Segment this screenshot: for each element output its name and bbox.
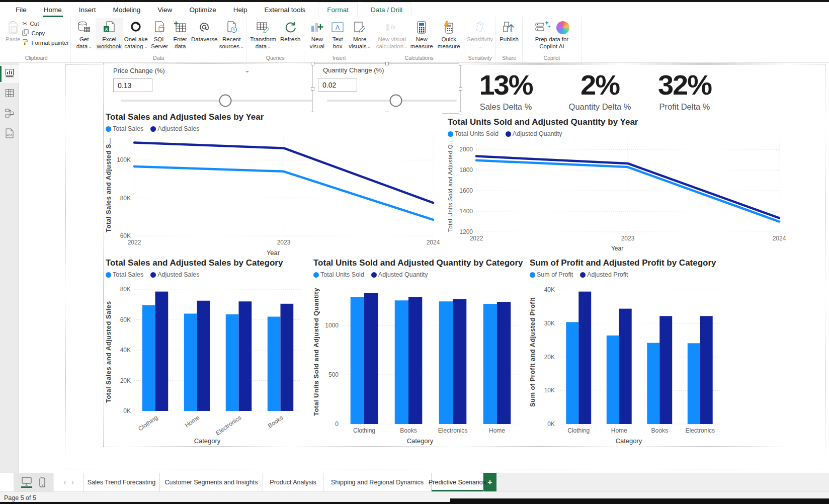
line-chart-units-by-year[interactable]: Total Units Sold and Adjusted Quantity b… — [446, 117, 788, 254]
next-page-arrow[interactable]: › — [71, 478, 74, 487]
bar-chart-sales-by-category[interactable]: Total Sales and Adjusted Sales by Catego… — [104, 258, 310, 446]
legend-item[interactable]: Adjusted Profit — [580, 271, 628, 278]
group-label-share: Share — [498, 54, 521, 62]
legend-item[interactable]: Total Sales — [106, 125, 143, 132]
chevron-down-icon: ⌄ — [268, 45, 271, 49]
menu-data-drill[interactable]: Data / Drill — [362, 2, 411, 17]
chevron-down-icon[interactable]: ⌄ — [244, 66, 250, 74]
legend-label: Total Sales — [113, 271, 143, 278]
legend-item[interactable]: Total Units Sold — [313, 271, 364, 278]
kpi-sales-delta[interactable]: 13% Sales Delta % — [472, 70, 540, 112]
chart-plot-area[interactable]: 0K20K40K60K80KClothingHomeElectronicsBoo… — [112, 280, 310, 437]
new-visual-calculation-button[interactable]: fx New visual calculation⌄ — [376, 18, 408, 50]
chart-plot-area[interactable]: 60K80K100K202220232024 — [112, 134, 442, 249]
excel-icon: X — [102, 20, 117, 36]
slider-track[interactable] — [121, 100, 329, 102]
slicer-value-input[interactable] — [113, 78, 152, 92]
onelake-catalog-button[interactable]: OneLake catalog⌄ — [123, 18, 149, 50]
menu-optimize[interactable]: Optimize — [181, 2, 224, 17]
svg-text:1400: 1400 — [459, 208, 473, 215]
chart-plot-area[interactable]: 0K10K20K30K40KClothingHomeBooksElectroni… — [536, 280, 729, 437]
menu-home[interactable]: Home — [35, 2, 70, 17]
copy-button[interactable]: Copy — [22, 29, 69, 37]
get-data-label: Get data — [76, 36, 89, 49]
report-view-icon — [5, 68, 15, 80]
tab-product-analysis[interactable]: Product Analysis — [263, 473, 323, 491]
format-painter-icon — [22, 39, 29, 46]
new-measure-button[interactable]: New measure — [408, 18, 435, 50]
mobile-layout-icon[interactable] — [39, 477, 45, 487]
sensitivity-button[interactable]: Sensitivity⌄ — [466, 18, 494, 50]
slicer-quantity-change[interactable]: Quantity Change (%) — [313, 64, 460, 113]
menu-insert[interactable]: Insert — [70, 2, 105, 17]
slider-track[interactable] — [327, 100, 457, 102]
report-canvas[interactable]: Price Change (%) ⌄ Quantity Change (%) 1… — [19, 63, 829, 473]
chart-title: Total Units Sold and Adjusted Quantity b… — [446, 117, 788, 128]
menu-file[interactable]: File — [7, 2, 35, 17]
recent-sources-button[interactable]: Recent sources⌄ — [218, 18, 244, 50]
paste-button[interactable]: Paste — [4, 18, 22, 43]
dataverse-button[interactable]: Dataverse — [190, 18, 218, 43]
legend-label: Total Sales — [113, 125, 143, 132]
rail-report-view[interactable] — [0, 65, 19, 83]
tab-sales-trend-forecasting[interactable]: Sales Trend Forecasting — [83, 473, 160, 491]
svg-text:0K: 0K — [547, 421, 555, 428]
menu-external-tools[interactable]: External tools — [256, 2, 314, 17]
legend-item[interactable]: Total Units Sold — [448, 130, 499, 137]
ribbon-group-queries: Transform data⌄ Refresh Queries — [246, 17, 304, 62]
prep-data-copilot-button[interactable]: Prep data for Copilot AI — [524, 18, 579, 50]
bar-chart-units-by-category[interactable]: Total Units Sold and Adjusted Quantity b… — [312, 258, 528, 446]
text-box-button[interactable]: A Text box — [328, 18, 347, 50]
menu-help[interactable]: Help — [225, 2, 256, 17]
legend-item[interactable]: Total Sales — [106, 271, 143, 278]
format-painter-button[interactable]: Format painter — [22, 39, 69, 46]
publish-button[interactable]: Publish — [498, 18, 521, 43]
legend-item[interactable]: Adjusted Sales — [150, 271, 199, 278]
svg-text:2023: 2023 — [621, 235, 635, 242]
menu-view[interactable]: View — [149, 2, 181, 17]
chart-plot-area[interactable]: 12001400160018002000202220232024 — [454, 139, 788, 245]
kpi-quantity-delta[interactable]: 2% Quantity Delta % — [566, 70, 634, 112]
calculator-icon — [414, 20, 429, 36]
excel-workbook-label: Excel workbook — [97, 36, 122, 50]
tab-customer-segments[interactable]: Customer Segments and Insights — [160, 473, 263, 491]
kpi-profit-delta[interactable]: 32% Profit Delta % — [647, 70, 722, 112]
tab-predictive-scenarios[interactable]: Predictive Scenarios — [432, 473, 483, 491]
cut-button[interactable]: ✂ Cut — [22, 20, 69, 27]
slider-handle[interactable] — [389, 95, 402, 107]
refresh-button[interactable]: Refresh — [278, 18, 302, 43]
chart-legend: Sum of ProfitAdjusted Profit — [528, 269, 729, 280]
chevron-down-icon: ⌄ — [89, 45, 92, 49]
legend-item[interactable]: Adjusted Quantity — [371, 271, 428, 278]
slicer-value-input[interactable] — [318, 78, 357, 92]
legend-item[interactable]: Adjusted Quantity — [506, 130, 562, 137]
chart-plot-area[interactable]: 05001000ClothingBooksElectronicsHome — [320, 280, 528, 437]
chart-title: Sum of Profit and Adjusted Profit by Cat… — [528, 258, 729, 269]
slicer-price-change[interactable]: Price Change (%) ⌄ — [106, 64, 332, 113]
rail-model-view[interactable] — [0, 105, 19, 123]
slider-handle[interactable] — [219, 95, 231, 107]
line-chart-sales-by-year[interactable]: Total Sales and Adjusted Sales by Year T… — [104, 112, 442, 258]
previous-page-arrow[interactable]: ‹ — [63, 478, 66, 487]
sql-server-button[interactable]: SQL Server — [149, 18, 170, 50]
rail-dax-query-view[interactable]: DAX — [0, 125, 19, 143]
legend-item[interactable]: Sum of Profit — [530, 271, 573, 278]
transform-data-button[interactable]: Transform data⌄ — [248, 18, 278, 50]
excel-workbook-button[interactable]: X Excel workbook — [96, 18, 123, 50]
transform-data-label: Transform data — [250, 36, 276, 49]
desktop-layout-icon[interactable] — [21, 477, 32, 488]
get-data-button[interactable]: Get data⌄ — [72, 18, 96, 50]
bar-chart-profit-by-category[interactable]: Sum of Profit and Adjusted Profit by Cat… — [528, 258, 729, 446]
enter-data-button[interactable]: Enter data — [170, 18, 190, 50]
tab-shipping-regional[interactable]: Shipping and Regional Dynamics — [323, 473, 432, 491]
rail-table-view[interactable] — [0, 85, 19, 103]
svg-text:30K: 30K — [544, 320, 555, 327]
legend-item[interactable]: Adjusted Sales — [150, 125, 199, 132]
quick-measure-button[interactable]: Quick measure — [435, 18, 462, 50]
more-visuals-button[interactable]: More visuals⌄ — [347, 18, 372, 50]
menu-format[interactable]: Format — [318, 2, 358, 17]
dataverse-label: Dataverse — [191, 36, 217, 43]
new-visual-button[interactable]: New visual — [306, 18, 328, 50]
menu-modeling[interactable]: Modeling — [105, 2, 149, 17]
sensitivity-tag-icon — [472, 20, 487, 36]
